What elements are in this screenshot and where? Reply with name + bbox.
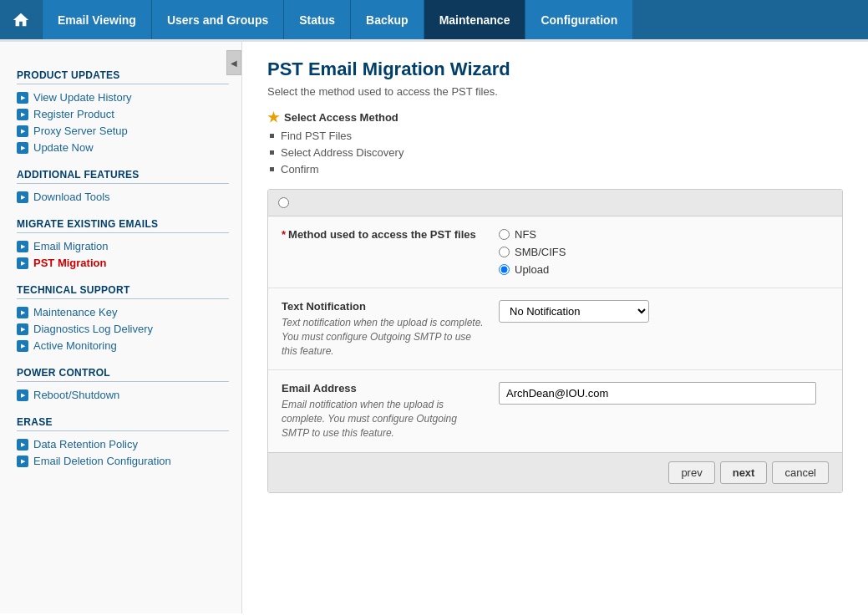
email-address-label: Email Address [282,382,485,395]
sidebar-section-product-updates: PRODUCT UPDATES [17,69,229,84]
radio-upload[interactable] [499,264,510,275]
required-star: * [282,228,286,241]
sidebar-link-icon [17,389,28,401]
wizard-steps: ★ Select Access Method Find PST Files Se… [267,109,843,176]
wizard-step-find-pst-files: Find PST Files [267,130,843,142]
sidebar-link-icon [17,125,28,137]
sidebar-section-power-control: POWER CONTROL [17,367,229,382]
sidebar-link-view-update-history[interactable]: View Update History [33,91,132,104]
wizard-step-label: Find PST Files [281,130,352,142]
wizard-title: PST Email Migration Wizard [267,59,843,80]
sidebar-item-reboot-shutdown[interactable]: Reboot/Shutdown [17,389,229,401]
sidebar-link-proxy-server-setup[interactable]: Proxy Server Setup [33,125,128,137]
radio-nfs[interactable] [499,229,510,240]
sidebar-section-additional-features: ADDITIONAL FEATURES [17,169,229,184]
tab-email-viewing[interactable]: Email Viewing [42,0,151,39]
top-navigation: Email Viewing Users and Groups Status Ba… [0,0,868,42]
sidebar-item-pst-migration[interactable]: PST Migration [17,257,229,269]
wizard-step-select-access-method: ★ Select Access Method [267,109,843,125]
sidebar-link-icon [17,307,28,318]
tab-users-and-groups[interactable]: Users and Groups [151,0,283,39]
method-label: *Method used to access the PST files [282,228,485,241]
sidebar-item-download-tools[interactable]: Download Tools [17,191,229,203]
text-notification-label: Text Notification [282,300,485,313]
radio-smb-cifs-label: SMB/CIFS [515,246,566,258]
text-notification-desc: Text notification when the upload is com… [282,316,485,358]
notification-select[interactable]: No Notification SMS Email [499,300,649,323]
panel-header-radio[interactable] [278,197,289,208]
email-address-desc: Email notification when the upload is co… [282,398,485,440]
sidebar-link-icon [17,439,28,451]
tab-status[interactable]: Status [283,0,350,39]
wizard-form-panel: *Method used to access the PST files NFS… [267,189,843,493]
sidebar-section-technical-support: TECHNICAL SUPPORT [17,284,229,299]
tab-maintenance[interactable]: Maintenance [424,0,525,39]
radio-option-smb-cifs[interactable]: SMB/CIFS [499,246,829,258]
next-button[interactable]: next [720,461,768,484]
bullet-icon [270,150,274,155]
form-row-email-address: Email Address Email notification when th… [268,370,842,451]
form-label-email-address: Email Address Email notification when th… [282,382,499,440]
sidebar-item-email-migration[interactable]: Email Migration [17,240,229,252]
wizard-step-label: Confirm [281,163,319,176]
main-container: ◀ PRODUCT UPDATES View Update History Re… [0,42,868,613]
cancel-button[interactable]: cancel [772,461,829,484]
sidebar-item-update-now[interactable]: Update Now [17,141,229,154]
home-button[interactable] [0,0,42,39]
sidebar-link-update-now[interactable]: Update Now [33,141,94,154]
form-label-method: *Method used to access the PST files [282,228,499,244]
sidebar-link-icon [17,109,28,120]
radio-upload-label: Upload [515,263,549,276]
form-body: *Method used to access the PST files NFS… [268,216,842,452]
radio-smb-cifs[interactable] [499,247,510,257]
sidebar-link-active-monitoring[interactable]: Active Monitoring [33,339,117,352]
tab-backup[interactable]: Backup [350,0,424,39]
sidebar-link-email-migration[interactable]: Email Migration [33,240,109,252]
wizard-subtitle: Select the method used to access the PST… [267,85,843,98]
sidebar-section-erase: ERASE [17,416,229,431]
form-label-text-notification: Text Notification Text notification when… [282,300,499,358]
form-footer: prev next cancel [268,452,842,492]
bullet-icon [270,167,274,171]
sidebar-item-register-product[interactable]: Register Product [17,108,229,120]
sidebar-link-reboot-shutdown[interactable]: Reboot/Shutdown [33,389,119,401]
sidebar-item-diagnostics-log-delivery[interactable]: Diagnostics Log Delivery [17,323,229,335]
sidebar-link-icon [17,456,28,467]
sidebar-link-download-tools[interactable]: Download Tools [33,191,110,203]
sidebar-link-data-retention-policy[interactable]: Data Retention Policy [33,438,138,451]
content-area: PST Email Migration Wizard Select the me… [242,42,868,613]
prev-button[interactable]: prev [668,461,714,484]
wizard-step-label: Select Access Method [284,111,398,124]
sidebar-link-register-product[interactable]: Register Product [33,108,114,120]
sidebar-item-proxy-server-setup[interactable]: Proxy Server Setup [17,125,229,137]
sidebar-item-view-update-history[interactable]: View Update History [17,91,229,104]
form-input-method: NFS SMB/CIFS Upload [499,228,829,276]
sidebar-item-data-retention-policy[interactable]: Data Retention Policy [17,438,229,451]
sidebar-link-icon [17,257,28,269]
star-icon: ★ [267,109,279,125]
tab-configuration[interactable]: Configuration [525,0,632,39]
sidebar-link-icon [17,241,28,252]
sidebar-item-maintenance-key[interactable]: Maintenance Key [17,306,229,318]
radio-nfs-label: NFS [515,228,536,241]
sidebar-link-maintenance-key[interactable]: Maintenance Key [33,306,117,318]
sidebar-item-email-deletion-configuration[interactable]: Email Deletion Configuration [17,455,229,467]
sidebar-link-icon [17,323,28,335]
wizard-step-label: Select Address Discovery [281,146,404,159]
sidebar-item-active-monitoring[interactable]: Active Monitoring [17,339,229,352]
sidebar-link-icon [17,340,28,352]
email-address-input[interactable] [499,382,816,405]
form-input-email-address [499,382,829,405]
sidebar-link-email-deletion-configuration[interactable]: Email Deletion Configuration [33,455,171,467]
radio-option-upload[interactable]: Upload [499,263,829,276]
wizard-step-select-address-discovery: Select Address Discovery [267,146,843,159]
sidebar-link-icon [17,191,28,203]
bullet-icon [270,134,274,138]
sidebar-link-icon [17,142,28,154]
radio-option-nfs[interactable]: NFS [499,228,829,241]
sidebar-link-pst-migration[interactable]: PST Migration [33,257,106,269]
sidebar-link-diagnostics-log-delivery[interactable]: Diagnostics Log Delivery [33,323,153,335]
sidebar-collapse-button[interactable]: ◀ [226,50,241,75]
sidebar-link-icon [17,92,28,104]
form-input-text-notification: No Notification SMS Email [499,300,829,323]
